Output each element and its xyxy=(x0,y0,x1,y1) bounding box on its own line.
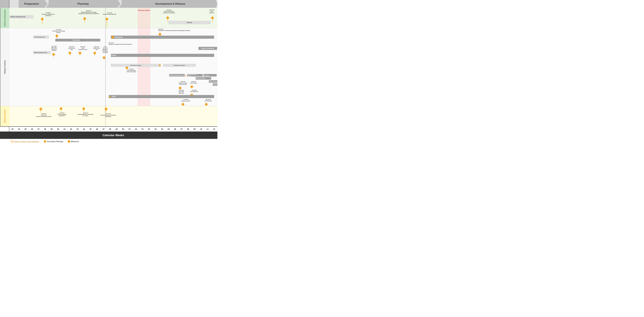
phase-prep-label: Preparation xyxy=(24,2,39,6)
governance-label: Release Governance xyxy=(0,8,9,28)
week-cell: 37 xyxy=(36,127,42,132)
refinement-bar: Refinement xyxy=(55,39,100,42)
governance-grid xyxy=(9,8,218,28)
milestone-release-planning: 13.1114.11.24Release-Planning(2 days) xyxy=(102,46,108,53)
legend-milestones: Milestones xyxy=(68,140,79,143)
week-cell: 05 xyxy=(166,127,172,132)
week-cell: 47 xyxy=(100,127,107,132)
week-cell: 36 xyxy=(29,127,36,132)
week-cell: 42 xyxy=(68,127,74,132)
week-cell: 07 xyxy=(178,127,185,132)
calendar-weeks-label: Calendar Weeks xyxy=(103,134,124,137)
release-finalization-label: Release Finalization xyxy=(202,48,214,49)
bar-label: Release Planning Prep xyxy=(10,16,26,18)
wave-b-label: Wave B Testing xyxy=(210,81,218,82)
week-cell: 04 xyxy=(159,127,166,132)
week-cell: 08 xyxy=(185,127,192,132)
week-cell: 41 xyxy=(61,127,68,132)
kits-label: KITs xyxy=(112,96,116,98)
milestone-cx-review: 07.10.24CX Release RoadmapReview xyxy=(55,29,65,33)
week-cell: 50 xyxy=(120,127,126,132)
review-test-cases-bar: Review Test Cases xyxy=(163,64,196,67)
wave-a-bar: Wave A Testing xyxy=(196,77,211,80)
milestones-icon xyxy=(68,140,70,143)
week-cell: 33 xyxy=(9,127,16,132)
week-cell: 12 xyxy=(211,127,218,132)
phase-planning-label: Planning xyxy=(78,2,89,6)
week-cell: 34 xyxy=(16,127,22,132)
phase-devrel-label: Development & Release xyxy=(155,2,185,6)
bdpd-label: BD/PD Roadmap Prep xyxy=(34,52,47,53)
week-cell: 02 xyxy=(146,127,152,132)
standards-bar: Standards xyxy=(111,36,214,39)
open-meetings-icon xyxy=(10,140,14,143)
week-cell: 35 xyxy=(22,127,29,132)
stable-to-int-arrow xyxy=(185,75,186,77)
governance-label-text: Release Governance xyxy=(4,10,6,26)
week-cell: 43 xyxy=(74,127,81,132)
week-cell: 09 xyxy=(192,127,198,132)
milestone-feature-freeze: 03.02.25Feature Freeze/Kick off e2e xyxy=(178,81,187,85)
week-cell: 10 xyxy=(198,127,204,132)
milestone-refinement-day1: 16.10.24RefinementDay xyxy=(68,46,75,50)
weeks-row: 3334353637383940414243444546474849505152… xyxy=(0,126,218,132)
legend: Eclipse Tractus-X Open Meetings S Associ… xyxy=(0,139,218,144)
milestone-kit-final: 28.02.25KIT final PR xyxy=(205,99,212,102)
gantt-chart: Preparation Planning Development & Relea… xyxy=(0,0,218,144)
milestone-standard-deadline: 20.12.25Deadline for delivering standard… xyxy=(158,29,190,31)
calendar-bar: Calendar Weeks xyxy=(9,132,218,139)
weeks-grid: 3334353637383940414243444546474849505152… xyxy=(9,127,218,132)
week-cell: 46 xyxy=(94,127,100,132)
int-deployment-label: INT Deployment25.03 xyxy=(188,74,196,77)
refinement-label: Refinement xyxy=(72,39,80,41)
milestone-test-freeze: 10.02.25Test Freeze xyxy=(190,81,197,84)
foss-label: FOSS xyxy=(112,54,116,56)
stable-deployment-bar: STABLE Deployment 24.12 xyxy=(169,74,185,77)
week-cell: 49 xyxy=(113,127,120,132)
standards-label: Standards xyxy=(114,36,123,38)
association-meetings-icon: S xyxy=(44,140,46,143)
week-cell: 48 xyxy=(107,127,113,132)
foss-bar: FOSS xyxy=(111,54,214,57)
christmas-label: Christmas Holidays xyxy=(138,10,150,11)
content-section: Release Content CX Roadmap Prep 07.10.24… xyxy=(0,28,218,106)
wave-b-bar: Wave B Testing xyxy=(209,80,218,83)
test-case-creation-bar: Test Case Creation xyxy=(111,64,160,67)
milestone-release-freeze: 07.02.25Release Freeze xyxy=(182,99,190,102)
milestones-label: Milestones xyxy=(71,141,79,142)
week46-line xyxy=(105,8,106,28)
phase-header: Preparation Planning Development & Relea… xyxy=(0,0,218,8)
week-cell: 38 xyxy=(42,127,48,132)
legend-association-meetings: S Association Meetings xyxy=(44,140,63,143)
open-meetings-label: Eclipse Tractus-X Open Meetings xyxy=(14,141,39,142)
content-week46-line xyxy=(105,28,106,106)
comms-label-text: Release Comms xyxy=(4,110,6,123)
week-cell: 44 xyxy=(81,127,88,132)
week-cell: 01 xyxy=(140,127,146,132)
milestone-optin-optout: 13.12.24Opt-In/Opt-Outof the test phase xyxy=(126,68,136,73)
retest-defects-bar: Retest Defects xyxy=(213,83,218,86)
week-cell: 45 xyxy=(88,127,94,132)
milestone-test-plan: 03.02.25Test PlanApproval xyxy=(178,90,184,94)
phase-planning: Planning xyxy=(46,0,120,8)
week-cell: 06 xyxy=(172,127,178,132)
e2e-test-label: e2e Test xyxy=(204,75,208,76)
week-cell: 52 xyxy=(133,127,140,132)
stable-deployment-label: STABLE Deployment 24.12 xyxy=(170,75,185,76)
optout-bar: Opt-Out xyxy=(168,21,210,24)
milestone-standard-request: 15.11.24Deadline standard request (in Ho… xyxy=(109,42,132,45)
milestone-draft-freeze: 25.10.24DraftFeature Freeze xyxy=(78,46,87,50)
test-case-label: Test Case Creation xyxy=(130,65,141,66)
content-christmas-region xyxy=(138,28,150,106)
milestone-refinement-day2: 06.11.24RefinementDay xyxy=(93,46,100,50)
comms-label: Release Comms xyxy=(0,106,9,126)
association-meetings-label: Association Meetings xyxy=(47,141,63,142)
calendar-bar-container: Calendar Weeks xyxy=(0,132,218,139)
legend-open-meetings: Eclipse Tractus-X Open Meetings xyxy=(11,140,39,143)
week-cell: 39 xyxy=(48,127,55,132)
int-deployment-bar: INT Deployment25.03 xyxy=(187,74,203,77)
phase-devrel: Development & Release xyxy=(119,0,218,8)
week-spacer xyxy=(0,127,9,132)
comms-section: Release Comms S 16.09.24Town HallRelease… xyxy=(0,106,218,126)
governance-section: Release Governance Release Planning Prep… xyxy=(0,8,218,28)
